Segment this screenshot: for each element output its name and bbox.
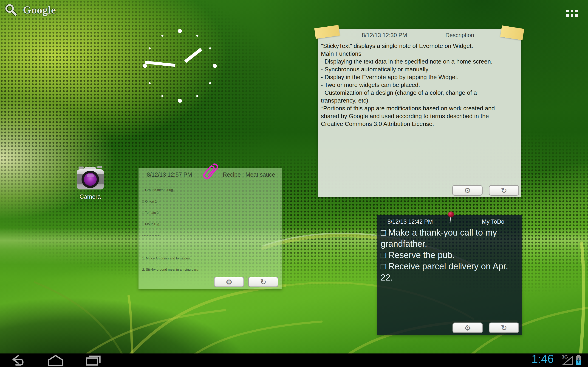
- analog-clock-widget[interactable]: [141, 27, 219, 105]
- note-title: My ToDo: [482, 218, 504, 225]
- apps-grid-icon: [566, 10, 578, 17]
- network-type-label: 3G: [562, 354, 568, 360]
- note-body: "StickyText" displays a single note of E…: [321, 42, 519, 183]
- refresh-icon: ↻: [501, 187, 507, 194]
- android-home-screen: Google: [0, 0, 588, 367]
- step-line: 2. Stir-fry ground meat in a frying pan.: [142, 268, 280, 272]
- note-body: □ Make a thank-you call to my grandfathe…: [380, 227, 520, 321]
- pushpin-icon: [446, 211, 456, 225]
- search-icon: [4, 3, 18, 17]
- clock-hour-hand: [184, 48, 202, 63]
- back-button[interactable]: [7, 354, 29, 366]
- note-title: Description: [445, 32, 474, 39]
- camera-app-shortcut[interactable]: Camera: [71, 163, 109, 200]
- ingredient-line: □ Ground meat 200g: [142, 188, 280, 192]
- widget-settings-button[interactable]: ⚙: [452, 185, 483, 196]
- widget-settings-button[interactable]: ⚙: [214, 277, 244, 287]
- battery-charging-icon: [575, 354, 582, 366]
- sticky-note-todo[interactable]: 8/12/13 12:42 PM My ToDo □ Make a thank-…: [377, 215, 522, 335]
- note-body: □ Ground meat 200g □ Onion 1 □ Tomato 2 …: [142, 181, 280, 275]
- google-search-widget[interactable]: Google: [4, 3, 56, 17]
- ingredient-line: □ Flour 15g: [142, 222, 280, 226]
- home-icon: [47, 354, 65, 366]
- refresh-icon: ↻: [501, 324, 507, 332]
- gear-icon: ⚙: [464, 187, 471, 194]
- gear-icon: ⚙: [464, 324, 471, 332]
- status-clock: 1:46: [531, 352, 554, 366]
- divider-line: -----------: [142, 234, 280, 237]
- widget-refresh-button[interactable]: ↻: [489, 185, 519, 196]
- sticky-note-description[interactable]: 8/12/13 12:30 PM Description "StickyText…: [318, 29, 521, 197]
- system-navigation-bar: 1:46 3G: [0, 353, 588, 367]
- ingredient-line: □ Tomato 2: [142, 211, 280, 215]
- step-line: 1. Mince An onion and tomatoes.: [142, 257, 280, 260]
- widget-refresh-button[interactable]: ↻: [248, 277, 278, 287]
- refresh-icon: ↻: [260, 278, 267, 286]
- back-icon: [10, 355, 26, 366]
- note-date: 8/12/13 12:30 PM: [362, 32, 407, 39]
- camera-label: Camera: [71, 193, 109, 200]
- home-button[interactable]: [44, 354, 67, 366]
- recent-apps-button[interactable]: [82, 354, 104, 366]
- note-date: 8/12/13 12:57 PM: [147, 171, 192, 178]
- status-tray[interactable]: 1:46 3G: [527, 353, 586, 367]
- widget-settings-button[interactable]: ⚙: [452, 323, 483, 333]
- all-apps-button[interactable]: [562, 6, 582, 20]
- sticky-note-recipe[interactable]: 8/12/13 12:57 PM Recipe : Meat sauce □ G…: [138, 168, 282, 289]
- note-date: 8/12/13 12:42 PM: [388, 218, 433, 225]
- camera-icon: [75, 163, 106, 191]
- google-logo: Google: [23, 4, 56, 16]
- gear-icon: ⚙: [225, 278, 233, 286]
- ingredient-line: □ Onion 1: [142, 200, 280, 203]
- widget-refresh-button[interactable]: ↻: [489, 323, 519, 333]
- note-title: Recipe : Meat sauce: [223, 171, 275, 178]
- recents-icon: [85, 354, 102, 366]
- clock-minute-hand: [145, 61, 175, 67]
